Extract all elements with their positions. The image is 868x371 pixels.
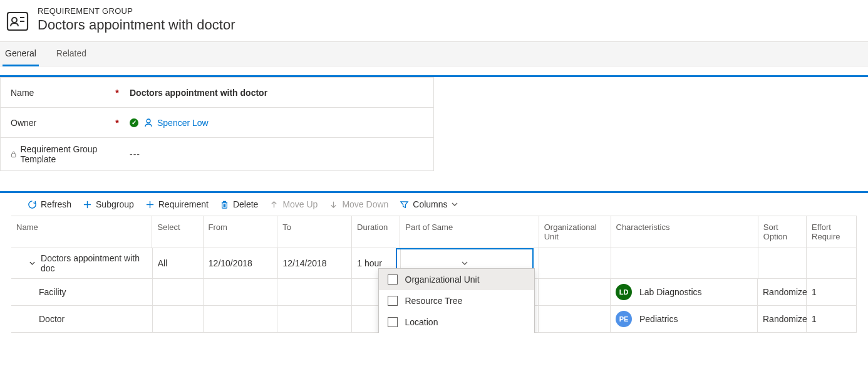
row-select[interactable] <box>153 306 204 332</box>
moveup-button: Move Up <box>269 199 318 209</box>
person-icon <box>143 118 153 128</box>
col-select[interactable]: Select <box>152 216 203 248</box>
grid-toolbar: Refresh Subgroup Requirement Delete Move… <box>0 193 868 216</box>
partof-dropdown: Organizational Unit Resource Tree Locati… <box>378 268 535 333</box>
chevron-down-icon[interactable] <box>29 259 36 267</box>
row-orgunit[interactable] <box>539 306 611 332</box>
checkbox-icon <box>388 296 398 306</box>
checkbox-icon <box>388 274 398 285</box>
form-row-template: Requirement Group Template --- <box>1 138 433 170</box>
dropdown-option-orgunit[interactable]: Organizational Unit <box>379 269 534 290</box>
col-effort[interactable]: Effort Require <box>807 216 857 248</box>
refresh-button[interactable]: Refresh <box>28 199 71 209</box>
row-char[interactable]: PE Pediatrics <box>611 306 758 332</box>
refresh-icon <box>28 200 37 209</box>
page-title: Doctors appointment with doctor <box>38 17 235 33</box>
required-indicator: * <box>111 118 123 128</box>
trash-icon <box>220 200 229 209</box>
required-indicator: * <box>111 88 123 98</box>
checkbox-icon <box>388 317 398 327</box>
svg-point-1 <box>12 18 17 23</box>
dropdown-option-resourcetree[interactable]: Resource Tree <box>379 290 534 311</box>
filter-icon <box>400 200 409 209</box>
row-from[interactable] <box>204 306 278 332</box>
movedown-button: Move Down <box>329 199 388 209</box>
col-to[interactable]: To <box>277 216 352 248</box>
row-sort[interactable] <box>758 248 807 278</box>
chevron-down-icon <box>452 201 458 207</box>
plus-icon <box>145 200 155 209</box>
row-name[interactable]: Doctors appointment with doc <box>11 248 153 278</box>
row-from[interactable] <box>204 279 278 305</box>
arrow-up-icon <box>269 200 279 209</box>
template-value[interactable]: --- <box>130 149 140 159</box>
tab-general[interactable]: General <box>3 42 39 66</box>
row-orgunit[interactable] <box>539 279 611 305</box>
form-row-owner: Owner * Spencer Low <box>1 108 433 138</box>
subgroup-button[interactable]: Subgroup <box>83 199 134 209</box>
spacer <box>0 171 868 191</box>
requirement-group-icon <box>5 9 30 34</box>
columns-button[interactable]: Columns <box>400 199 457 209</box>
page-header: REQUIREMENT GROUP Doctors appointment wi… <box>0 0 868 41</box>
owner-label: Owner <box>11 118 111 128</box>
col-duration[interactable]: Duration <box>352 216 400 248</box>
row-sort[interactable]: Randomize <box>758 306 807 332</box>
row-select[interactable]: All <box>153 248 204 278</box>
row-orgunit[interactable] <box>539 248 611 278</box>
owner-link[interactable]: Spencer Low <box>143 118 209 128</box>
owner-name: Spencer Low <box>157 118 209 128</box>
name-value[interactable]: Doctors appointment with doctor <box>130 88 267 98</box>
tabs: General Related <box>0 41 868 66</box>
row-name[interactable]: Facility <box>11 279 153 305</box>
row-select[interactable] <box>153 279 204 305</box>
row-to[interactable] <box>277 279 352 305</box>
col-partof[interactable]: Part of Same <box>400 216 539 248</box>
row-effort[interactable]: 1 <box>807 279 857 305</box>
table-row[interactable]: Doctors appointment with doc All 12/10/2… <box>11 248 857 279</box>
row-char[interactable] <box>611 248 758 278</box>
row-char[interactable]: LD Lab Diagnostics <box>611 279 758 305</box>
col-name[interactable]: Name <box>11 216 152 248</box>
col-characteristics[interactable]: Characteristics <box>611 216 758 248</box>
svg-rect-0 <box>8 13 28 30</box>
requirement-button[interactable]: Requirement <box>145 199 209 209</box>
col-orgunit[interactable]: Organizational Unit <box>539 216 611 248</box>
plus-icon <box>83 200 92 209</box>
dropdown-option-location[interactable]: Location <box>379 311 534 333</box>
delete-button[interactable]: Delete <box>220 199 258 209</box>
arrow-down-icon <box>329 200 338 209</box>
tab-related[interactable]: Related <box>54 42 89 66</box>
chevron-down-icon <box>462 260 468 266</box>
entity-label: REQUIREMENT GROUP <box>38 6 235 16</box>
online-status-icon <box>130 118 138 127</box>
char-badge: LD <box>616 284 632 300</box>
grid-header-row: Name Select From To Duration Part of Sam… <box>11 216 857 248</box>
row-effort[interactable]: 1 <box>807 306 857 332</box>
col-sort[interactable]: Sort Option <box>758 216 807 248</box>
svg-rect-5 <box>12 154 16 157</box>
row-sort[interactable]: Randomize <box>758 279 807 305</box>
name-label: Name <box>11 88 111 98</box>
svg-point-4 <box>147 119 150 123</box>
form-row-name: Name * Doctors appointment with doctor <box>1 78 433 108</box>
template-label: Requirement Group Template <box>11 144 111 164</box>
form-panel: Name * Doctors appointment with doctor O… <box>0 77 434 171</box>
row-partof-selected[interactable]: Organizational Unit Resource Tree Locati… <box>401 248 539 278</box>
row-to[interactable] <box>277 306 352 332</box>
row-from[interactable]: 12/10/2018 <box>204 248 278 278</box>
char-badge: PE <box>616 311 632 327</box>
row-effort[interactable] <box>807 248 857 278</box>
lock-icon <box>11 150 16 159</box>
row-name[interactable]: Doctor <box>11 306 153 332</box>
requirements-grid: Name Select From To Duration Part of Sam… <box>11 216 857 333</box>
row-to[interactable]: 12/14/2018 <box>278 248 353 278</box>
col-from[interactable]: From <box>204 216 278 248</box>
